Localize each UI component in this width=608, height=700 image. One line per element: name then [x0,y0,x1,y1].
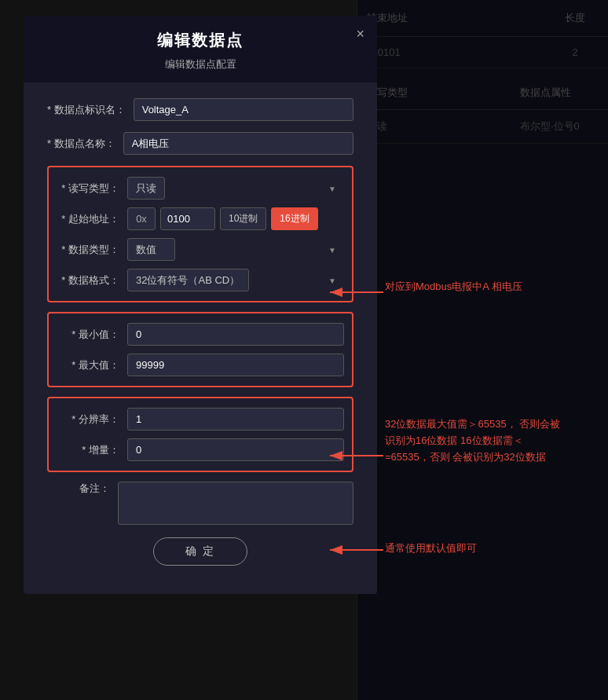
max-input[interactable] [127,354,344,376]
addr-prefix: 0x [127,207,156,230]
annotation-1: 对应到Modbus电报中A 相电压 [385,279,542,295]
increment-label: * 增量： [57,443,127,457]
data-format-select-wrapper[interactable]: 32位有符号（AB CD） 16位有符号 32位无符号（AB CD） [127,269,344,291]
data-format-label: * 数据格式： [57,273,127,288]
min-input[interactable] [127,323,344,346]
min-label: * 最小值： [57,328,127,342]
minmax-section: * 最小值： * 最大值： [47,312,353,387]
modal-title: 编辑数据点 [39,30,361,51]
data-type-label: * 数据类型： [57,243,127,257]
remark-textarea[interactable] [118,482,353,525]
resolution-input[interactable] [127,408,344,431]
resolution-row: * 分辨率： [57,408,344,431]
data-format-row: * 数据格式： 32位有符号（AB CD） 16位有符号 32位无符号（AB C… [57,269,344,291]
read-write-row: * 读写类型： 只读 读写 只写 [57,177,344,200]
data-type-row: * 数据类型： 数值 布尔 字符串 [57,238,344,261]
annotation-3: 通常使用默认值即可 [385,541,542,557]
remark-label: 备注： [47,482,118,496]
config-section-1: * 读写类型： 只读 读写 只写 * 起始地址： 0x 10进制 16进制 [47,166,353,302]
start-addr-row: * 起始地址： 0x 10进制 16进制 [57,207,344,230]
annotation-2: 32位数据最大值需＞65535， 否则会被识别为16位数据 16位数据需＜=65… [385,416,566,465]
addr-input[interactable] [160,207,215,230]
read-write-select[interactable]: 只读 读写 只写 [127,177,165,200]
read-write-select-wrapper[interactable]: 只读 读写 只写 [127,177,344,200]
resolution-section: * 分辨率： * 增量： [47,397,353,472]
modal-header: 编辑数据点 编辑数据点配置 × [24,16,377,82]
identifier-row: * 数据点标识名： [47,98,353,121]
max-row: * 最大值： [57,354,344,376]
increment-input[interactable] [127,438,344,461]
hex-btn[interactable]: 16进制 [271,207,317,230]
close-button[interactable]: × [356,27,364,41]
decimal-btn[interactable]: 10进制 [220,207,266,230]
name-row: * 数据点名称： [47,132,353,155]
edit-datapoint-modal: 编辑数据点 编辑数据点配置 × * 数据点标识名： * 数据点名称： * 读写类… [24,16,377,594]
increment-row: * 增量： [57,438,344,461]
identifier-input[interactable] [134,98,353,121]
modal-subtitle: 编辑数据点配置 [39,57,361,71]
name-input[interactable] [123,132,353,155]
name-label: * 数据点名称： [47,137,123,151]
data-format-select[interactable]: 32位有符号（AB CD） 16位有符号 32位无符号（AB CD） [127,269,249,291]
identifier-label: * 数据点标识名： [47,103,134,117]
resolution-label: * 分辨率： [57,412,127,427]
modal-body: * 数据点标识名： * 数据点名称： * 读写类型： 只读 读写 只写 [24,82,377,594]
addr-row: 0x 10进制 16进制 [127,207,344,230]
max-label: * 最大值： [57,358,127,372]
start-addr-label: * 起始地址： [57,212,127,226]
min-row: * 最小值： [57,323,344,346]
confirm-button[interactable]: 确 定 [153,537,247,566]
data-type-select-wrapper[interactable]: 数值 布尔 字符串 [127,238,344,261]
read-write-label: * 读写类型： [57,181,127,196]
remark-row: 备注： [47,482,353,525]
data-type-select[interactable]: 数值 布尔 字符串 [127,238,175,261]
